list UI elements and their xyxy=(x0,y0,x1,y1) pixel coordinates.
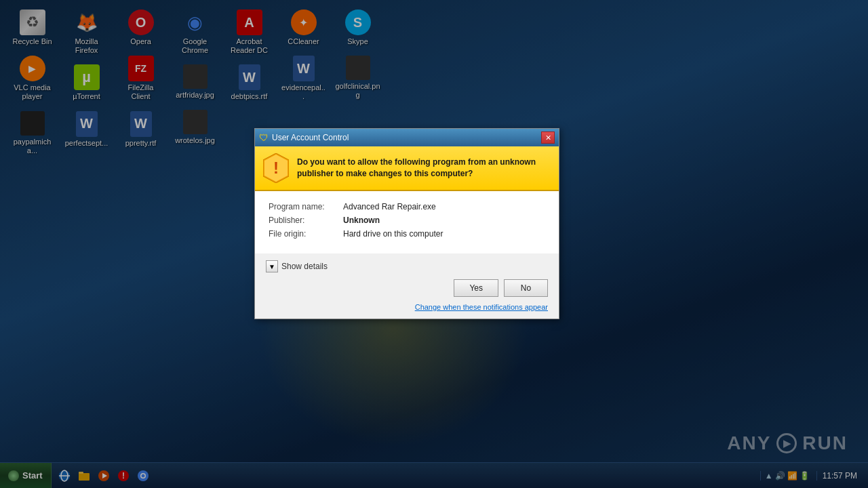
dialog-titlebar: 🛡 User Account Control ✕ xyxy=(255,129,559,146)
program-name-value: Advanced Rar Repair.exe xyxy=(343,202,436,211)
publisher-label: Publisher: xyxy=(269,216,343,225)
dialog-action-buttons: Yes No xyxy=(266,279,548,297)
file-origin-label: File origin: xyxy=(269,229,343,239)
show-details-arrow-button[interactable]: ▼ xyxy=(266,260,278,272)
dialog-title-left: 🛡 User Account Control xyxy=(259,132,349,143)
desktop: Recycle Bin VLC media player paypalmich … xyxy=(0,0,868,488)
show-details-label: Show details xyxy=(281,262,328,271)
program-name-label: Program name: xyxy=(269,202,343,211)
dialog-warning-banner: ! Do you want to allow the following pro… xyxy=(255,146,559,191)
dialog-program-info: Program name: Advanced Rar Repair.exe Pu… xyxy=(255,191,559,253)
dialog-title-text: User Account Control xyxy=(272,133,349,142)
svg-text:!: ! xyxy=(273,159,279,177)
warning-shield-icon: ! xyxy=(263,153,289,183)
publisher-value: Unknown xyxy=(343,216,380,225)
file-origin-value: Hard drive on this computer xyxy=(343,229,443,239)
file-origin-row: File origin: Hard drive on this computer xyxy=(269,229,545,239)
publisher-row: Publisher: Unknown xyxy=(269,216,545,225)
dialog-overlay: 🛡 User Account Control ✕ ! Do you want t… xyxy=(0,0,868,488)
dialog-close-button[interactable]: ✕ xyxy=(541,131,555,144)
change-notifications-row: Change when these notifications appear xyxy=(266,302,548,312)
dialog-footer: ▼ Show details Yes No Change when these … xyxy=(255,253,559,319)
show-details-row: ▼ Show details xyxy=(266,260,548,272)
change-notifications-link[interactable]: Change when these notifications appear xyxy=(415,303,548,311)
program-name-row: Program name: Advanced Rar Repair.exe xyxy=(269,202,545,211)
dialog-title-shield-icon: 🛡 xyxy=(259,132,269,143)
uac-dialog: 🛡 User Account Control ✕ ! Do you want t… xyxy=(254,128,559,319)
warning-message-text: Do you want to allow the following progr… xyxy=(297,157,551,180)
yes-button[interactable]: Yes xyxy=(454,279,498,297)
no-button[interactable]: No xyxy=(504,279,548,297)
